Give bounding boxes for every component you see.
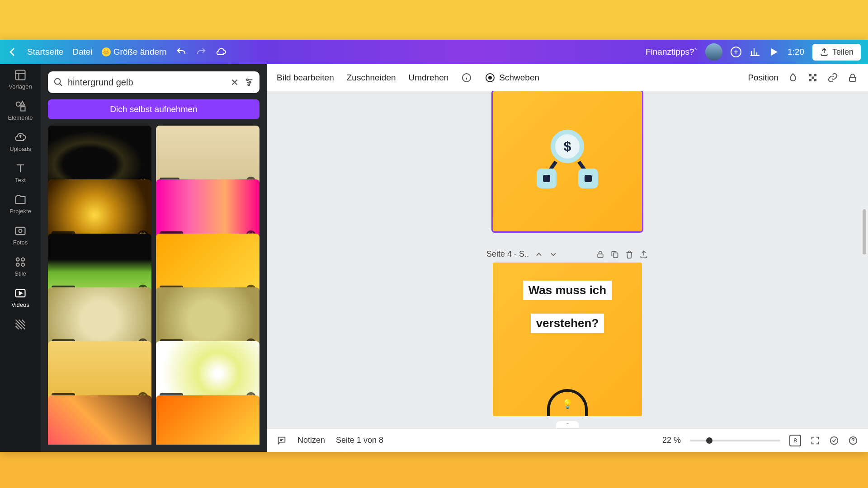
svg-rect-2 (21, 107, 25, 111)
trash-icon[interactable] (625, 250, 634, 259)
page-4-card[interactable]: Was muss ich verstehen? 💡 (493, 263, 642, 416)
animate-button[interactable]: Schweben (485, 72, 539, 83)
avatar[interactable] (705, 43, 722, 61)
footer-right-group: 22 % 8 (662, 435, 858, 446)
rail-uploads[interactable]: Uploads (9, 131, 31, 152)
slide-text-line-1[interactable]: Was muss ich (523, 281, 612, 300)
animate-label: Schweben (499, 73, 539, 83)
crop-button[interactable]: Zuschneiden (347, 73, 396, 83)
rail-elements-label: Elemente (8, 114, 33, 121)
notes-label[interactable]: Notizen (297, 436, 325, 445)
svg-point-11 (247, 79, 249, 81)
file-button[interactable]: Datei (72, 47, 92, 57)
lightbulb-icon: 💡 (547, 389, 588, 416)
share-page-icon[interactable] (639, 250, 648, 259)
info-icon[interactable] (461, 72, 472, 83)
pages-badge[interactable]: 8 (789, 435, 801, 446)
analytics-icon[interactable] (750, 47, 760, 57)
chevron-down-icon[interactable] (549, 250, 558, 259)
icon-rail: Vorlagen Elemente Uploads Text Projekte … (0, 64, 41, 452)
svg-rect-18 (814, 74, 816, 76)
zoom-slider-thumb[interactable] (706, 437, 712, 444)
svg-rect-23 (598, 254, 603, 258)
link-icon[interactable] (827, 72, 838, 83)
svg-point-4 (19, 230, 22, 233)
crown-icon: 👑 (102, 47, 111, 56)
resize-button[interactable]: 👑 Größe ändern (102, 47, 167, 57)
rail-projects-label: Projekte (9, 208, 31, 215)
position-button[interactable]: Position (748, 73, 778, 83)
side-panel: Dich selbst aufnehmen 10.0 s👑 8.0 s👑 15.… (41, 64, 267, 452)
zoom-slider[interactable] (690, 440, 780, 441)
play-icon[interactable] (769, 47, 779, 57)
page-4-title[interactable]: Seite 4 - S.. (486, 249, 529, 259)
rail-styles-label: Stile (14, 270, 26, 277)
svg-rect-21 (814, 79, 816, 81)
duration-label: 1:20 (788, 47, 804, 57)
svg-rect-22 (849, 77, 856, 81)
rail-background[interactable] (14, 318, 27, 331)
rail-videos[interactable]: Videos (11, 287, 29, 308)
flip-button[interactable]: Umdrehen (409, 73, 449, 83)
check-circle-icon[interactable] (829, 436, 839, 446)
resize-label: Größe ändern (113, 47, 167, 57)
canvas-area: Bild bearbeiten Zuschneiden Umdrehen Sch… (267, 64, 868, 452)
rail-text[interactable]: Text (14, 162, 27, 183)
rail-styles[interactable]: Stile (14, 256, 27, 277)
search-icon (53, 77, 63, 87)
home-button[interactable]: Startseite (27, 47, 63, 57)
context-toolbar: Bild bearbeiten Zuschneiden Umdrehen Sch… (267, 64, 868, 91)
cloud-sync-icon[interactable] (216, 47, 226, 57)
canvas-scroll[interactable]: $ Seite 4 - S.. (267, 91, 868, 428)
search-input[interactable] (68, 77, 225, 88)
topbar-right-group: Finanztipps?` + 1:20 Teilen (646, 43, 861, 61)
add-collaborator-icon[interactable]: + (731, 47, 741, 57)
editor-window: Startseite Datei 👑 Größe ändern Finanzti… (0, 40, 868, 452)
filter-icon[interactable] (244, 77, 254, 87)
rail-photos[interactable]: Fotos (13, 225, 28, 246)
ctx-right-group: Position (748, 72, 858, 83)
duplicate-icon[interactable] (610, 250, 619, 259)
lock-icon[interactable] (596, 250, 605, 259)
page-3-card[interactable]: $ (493, 91, 642, 231)
rail-uploads-label: Uploads (9, 145, 31, 152)
transparency-icon[interactable] (788, 72, 798, 83)
svg-point-8 (21, 263, 24, 266)
svg-point-5 (16, 258, 19, 261)
svg-point-10 (55, 79, 61, 84)
rail-projects[interactable]: Projekte (9, 193, 31, 215)
back-icon[interactable] (7, 47, 18, 57)
svg-point-16 (489, 76, 491, 79)
chevron-up-icon[interactable] (534, 250, 543, 259)
svg-point-25 (830, 436, 838, 444)
scrollbar-thumb[interactable] (863, 209, 866, 254)
body-row: Vorlagen Elemente Uploads Text Projekte … (0, 64, 868, 452)
add-page-tab[interactable]: ⌃ (556, 421, 579, 428)
sub-node-icon (537, 169, 557, 188)
video-thumb[interactable] (156, 395, 259, 445)
svg-rect-17 (809, 74, 811, 76)
fullscreen-icon[interactable] (810, 436, 820, 446)
redo-icon[interactable] (196, 47, 207, 57)
share-button[interactable]: Teilen (812, 44, 861, 61)
page-counter: Seite 1 von 8 (336, 436, 383, 445)
zoom-percent[interactable]: 22 % (662, 436, 681, 445)
notes-icon[interactable] (277, 436, 287, 446)
rail-templates[interactable]: Vorlagen (9, 69, 32, 90)
rail-text-label: Text (15, 177, 26, 183)
record-self-button[interactable]: Dich selbst aufnehmen (48, 99, 259, 119)
lock-icon[interactable] (847, 72, 858, 83)
results-grid: 10.0 s👑 8.0 s👑 15.0 s👑 30.0 s👑 10.0 s👑 1… (48, 126, 259, 445)
project-name[interactable]: Finanztipps?` (646, 47, 697, 57)
rail-elements[interactable]: Elemente (8, 100, 33, 121)
share-label: Teilen (832, 47, 854, 57)
clear-icon[interactable] (230, 77, 240, 87)
slide-text-line-2[interactable]: verstehen? (531, 314, 604, 333)
rail-videos-label: Videos (11, 301, 29, 308)
checker-icon[interactable] (807, 72, 818, 83)
svg-point-13 (248, 84, 250, 86)
help-icon[interactable] (848, 436, 858, 446)
undo-icon[interactable] (176, 47, 187, 57)
video-thumb[interactable] (48, 395, 151, 445)
edit-image-button[interactable]: Bild bearbeiten (277, 73, 334, 83)
